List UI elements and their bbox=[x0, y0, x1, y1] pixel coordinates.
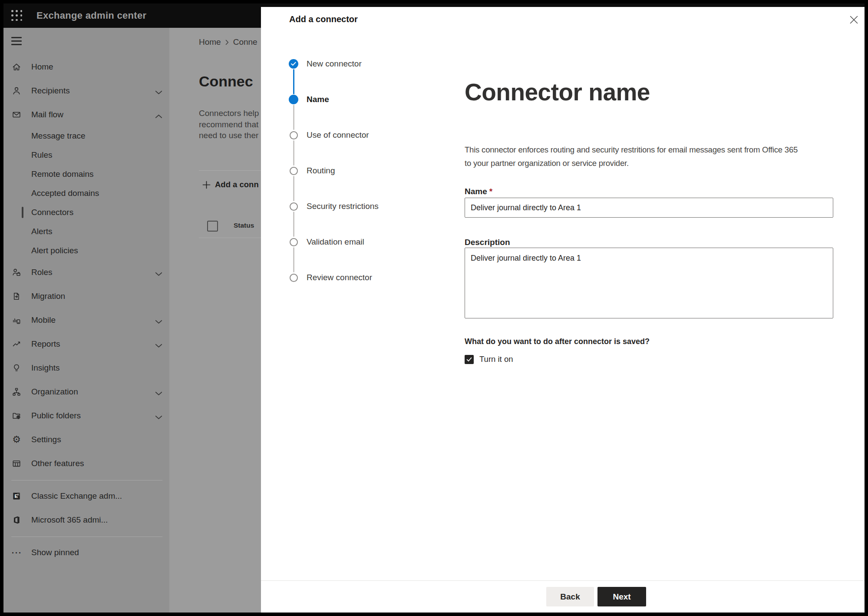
sidebar-item-insights[interactable]: Insights bbox=[3, 356, 169, 380]
sidebar-item-label: Settings bbox=[31, 434, 61, 444]
close-icon[interactable] bbox=[848, 14, 859, 25]
sidebar-item-roles[interactable]: Roles bbox=[3, 260, 169, 284]
microsoft-365-icon bbox=[11, 515, 22, 525]
name-input[interactable] bbox=[465, 198, 833, 218]
sidebar-item-label: Remote domains bbox=[31, 169, 94, 179]
sidebar-item-microsoft-365-admi[interactable]: Microsoft 365 admi... bbox=[3, 508, 169, 532]
breadcrumb-chevron-icon bbox=[225, 40, 229, 45]
selected-indicator bbox=[22, 207, 23, 218]
sidebar-item-mobile[interactable]: Mobile bbox=[3, 308, 169, 332]
wizard-step-routing[interactable]: Routing bbox=[261, 153, 439, 189]
sidebar-item-label: Alert policies bbox=[31, 246, 78, 255]
app-window: Exchange admin center HomeRecipientsMail… bbox=[3, 3, 865, 613]
checkbox-checked-icon[interactable] bbox=[465, 355, 474, 364]
sidebar-item-label: Rules bbox=[31, 150, 53, 160]
sidebar-item-connectors[interactable]: Connectors bbox=[3, 203, 169, 222]
step-heading: Connector name bbox=[465, 78, 650, 106]
description-textarea[interactable]: Deliver journal directly to Area 1 bbox=[465, 248, 833, 318]
sidebar-item-label: Other features bbox=[31, 458, 84, 468]
sidebar-item-label: Public folders bbox=[31, 411, 81, 420]
sidebar-nav: HomeRecipientsMail flowMessage traceRule… bbox=[3, 55, 169, 564]
step-description: This connector enforces routing and secu… bbox=[465, 143, 798, 170]
sidebar-item-settings[interactable]: ⚙Settings bbox=[3, 427, 169, 451]
sidebar-item-organization[interactable]: Organization bbox=[3, 380, 169, 404]
sidebar-item-label: Organization bbox=[31, 387, 78, 396]
app-title: Exchange admin center bbox=[36, 3, 146, 28]
mail-icon bbox=[11, 109, 22, 120]
sidebar-item-label: Show pinned bbox=[31, 547, 79, 557]
plus-icon bbox=[202, 181, 211, 189]
wizard-step-label: Security restrictions bbox=[307, 202, 379, 211]
sidebar-item-label: Reports bbox=[31, 339, 60, 348]
sidebar-item-label: Message trace bbox=[31, 131, 86, 141]
sidebar-item-remote-domains[interactable]: Remote domains bbox=[3, 165, 169, 184]
mobile-icon bbox=[11, 315, 22, 325]
select-all-checkbox[interactable] bbox=[207, 221, 218, 232]
page-title: Connec bbox=[199, 71, 253, 91]
turn-it-on-label: Turn it on bbox=[479, 354, 513, 364]
sidebar-item-label: Mobile bbox=[31, 315, 56, 325]
wizard-step-label: Use of connector bbox=[307, 130, 369, 140]
sidebar-divider bbox=[11, 480, 162, 480]
wizard-step-label: Name bbox=[307, 95, 329, 104]
next-button[interactable]: Next bbox=[597, 587, 646, 606]
breadcrumb-home-link[interactable]: Home bbox=[199, 37, 221, 47]
sidebar-item-label: Insights bbox=[31, 363, 59, 372]
sidebar-item-show-pinned[interactable]: ⋯Show pinned bbox=[3, 540, 169, 564]
step-upcoming-icon bbox=[289, 237, 298, 247]
classic-exchange-icon: E bbox=[11, 491, 22, 501]
person-icon bbox=[11, 86, 22, 96]
sidebar-item-alert-policies[interactable]: Alert policies bbox=[3, 241, 169, 260]
dialog-content: Connector name This connector enforces r… bbox=[439, 32, 865, 581]
back-button[interactable]: Back bbox=[546, 587, 594, 606]
sidebar-item-accepted-domains[interactable]: Accepted domains bbox=[3, 184, 169, 203]
wizard-step-label: New connector bbox=[307, 59, 362, 69]
turn-it-on-checkbox-row[interactable]: Turn it on bbox=[465, 354, 513, 364]
wizard-step-label: Review connector bbox=[307, 273, 372, 282]
sidebar-item-message-trace[interactable]: Message trace bbox=[3, 126, 169, 146]
add-connector-button[interactable]: Add a conn bbox=[202, 179, 259, 191]
dialog-header: Add a connector bbox=[261, 7, 865, 32]
sidebar-item-alerts[interactable]: Alerts bbox=[3, 222, 169, 241]
sidebar-item-mail-flow[interactable]: Mail flow bbox=[3, 103, 169, 126]
sidebar-item-reports[interactable]: Reports bbox=[3, 332, 169, 356]
sidebar-item-classic-exchange-adm[interactable]: EClassic Exchange adm... bbox=[3, 484, 169, 508]
sidebar-item-rules[interactable]: Rules bbox=[3, 146, 169, 165]
description-field-label: Description bbox=[465, 238, 510, 247]
sidebar-item-label: Mail flow bbox=[31, 109, 63, 119]
roles-icon bbox=[11, 267, 22, 278]
sidebar-item-label: Classic Exchange adm... bbox=[31, 491, 122, 500]
sidebar-item-label: Home bbox=[31, 62, 53, 71]
sidebar-item-label: Alerts bbox=[31, 227, 53, 236]
wizard-step-validation-email[interactable]: Validation email bbox=[261, 224, 439, 260]
chevron-down-icon bbox=[155, 89, 162, 93]
sidebar-item-public-folders[interactable]: Public folders bbox=[3, 404, 169, 427]
wizard-step-review-connector[interactable]: Review connector bbox=[261, 260, 439, 295]
page-description: Connectors help recommend that need to u… bbox=[199, 108, 259, 141]
step-upcoming-icon bbox=[289, 166, 298, 176]
wizard-step-name[interactable]: Name bbox=[261, 82, 439, 117]
step-current-icon bbox=[289, 95, 298, 104]
sidebar-divider bbox=[11, 537, 162, 537]
migration-icon bbox=[11, 291, 22, 301]
svg-text:E: E bbox=[15, 493, 18, 499]
sidebar-item-label: Connectors bbox=[31, 208, 73, 217]
step-upcoming-icon bbox=[289, 130, 298, 140]
app-launcher-icon[interactable] bbox=[11, 10, 23, 22]
wizard-steps-panel: New connectorNameUse of connectorRouting… bbox=[261, 32, 440, 581]
sidebar-item-label: Recipients bbox=[31, 86, 70, 95]
screenshot-frame: Exchange admin center HomeRecipientsMail… bbox=[0, 0, 868, 616]
chevron-down-icon bbox=[155, 414, 162, 418]
wizard-step-security-restrictions[interactable]: Security restrictions bbox=[261, 189, 439, 224]
sidebar-item-recipients[interactable]: Recipients bbox=[3, 79, 169, 103]
status-column-header[interactable]: Status bbox=[234, 222, 254, 229]
hamburger-menu-icon[interactable] bbox=[11, 37, 22, 47]
wizard-step-new-connector[interactable]: New connector bbox=[261, 46, 439, 82]
required-marker: * bbox=[489, 187, 492, 196]
wizard-step-use-of-connector[interactable]: Use of connector bbox=[261, 117, 439, 153]
sidebar-item-migration[interactable]: Migration bbox=[3, 284, 169, 308]
breadcrumb: Home Conne bbox=[199, 37, 257, 47]
reports-icon bbox=[11, 339, 22, 349]
sidebar-item-home[interactable]: Home bbox=[3, 55, 169, 79]
sidebar-item-other-features[interactable]: Other features bbox=[3, 451, 169, 475]
